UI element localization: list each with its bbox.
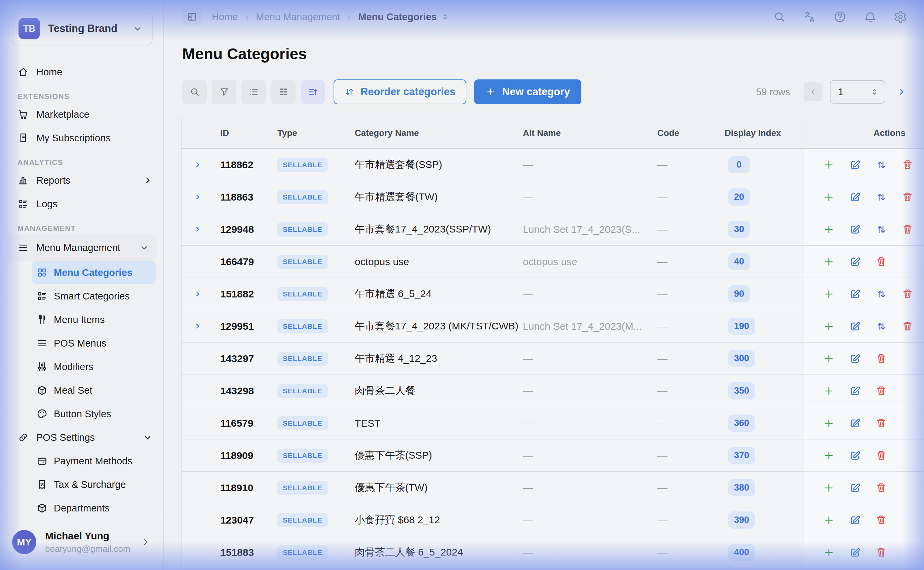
table-row[interactable]: 166479 SELLABLE octopus use octopus use … xyxy=(182,246,924,278)
sidebar-item-pos-settings[interactable]: POS Settings xyxy=(0,426,163,449)
search-icon[interactable] xyxy=(773,10,786,23)
add-button[interactable] xyxy=(823,385,835,397)
translate-icon[interactable] xyxy=(803,10,816,23)
breadcrumb-menu-management[interactable]: Menu Management xyxy=(256,11,340,23)
sidebar-collapse-button[interactable] xyxy=(182,7,202,27)
reorder-items-button[interactable] xyxy=(875,321,887,332)
sidebar-item-logs[interactable]: Logs xyxy=(0,192,163,216)
delete-button[interactable] xyxy=(875,515,887,526)
delete-button[interactable] xyxy=(902,321,913,332)
add-button[interactable] xyxy=(823,418,835,429)
edit-button[interactable] xyxy=(849,515,861,526)
add-button[interactable] xyxy=(823,192,835,203)
reorder-categories-button[interactable]: Reorder categories xyxy=(334,80,466,104)
sidebar-item-menu-categories[interactable]: Menu Categories xyxy=(32,261,156,284)
add-button[interactable] xyxy=(823,547,835,558)
table-row[interactable]: 143298 SELLABLE 肉骨茶二人餐 — — 350 xyxy=(182,375,924,407)
table-row[interactable]: 129948 SELLABLE 午市套餐17_4_2023(SSP/TW) Lu… xyxy=(182,213,924,246)
table-row[interactable]: 151883 SELLABLE 肉骨茶二人餐 6_5_2024 — — 400 xyxy=(182,536,924,568)
add-button[interactable] xyxy=(823,482,835,493)
brand-selector[interactable]: TB Testing Brand xyxy=(12,12,153,45)
page-number-input[interactable] xyxy=(838,86,861,98)
delete-button[interactable] xyxy=(875,482,887,493)
bell-icon[interactable] xyxy=(863,10,877,23)
expand-row-icon[interactable] xyxy=(193,290,202,299)
table-search-button[interactable] xyxy=(182,80,207,104)
add-button[interactable] xyxy=(823,321,835,332)
edit-button[interactable] xyxy=(849,385,861,397)
reorder-items-button[interactable] xyxy=(875,224,887,235)
edit-button[interactable] xyxy=(849,288,861,300)
table-row[interactable]: 116579 SELLABLE TEST — — 360 xyxy=(182,407,924,440)
delete-button[interactable] xyxy=(875,547,887,558)
table-row[interactable]: 129951 SELLABLE 午市套餐17_4_2023 (MK/TST/CW… xyxy=(182,310,924,343)
next-page-button[interactable] xyxy=(894,84,909,99)
sidebar-item-menu-items[interactable]: Menu Items xyxy=(32,308,156,331)
table-row[interactable]: 151882 SELLABLE 午市精選 6_5_24 — — 90 xyxy=(182,278,924,310)
reorder-items-button[interactable] xyxy=(875,288,887,300)
help-icon[interactable] xyxy=(833,10,847,23)
breadcrumb-current[interactable]: Menu Categories xyxy=(358,11,449,23)
sidebar-item-departments[interactable]: Departments xyxy=(32,496,156,514)
expand-row-icon[interactable] xyxy=(193,160,202,169)
sidebar-item-button-styles[interactable]: Button Styles xyxy=(32,402,156,426)
sidebar-item-modifiers[interactable]: Modifiers xyxy=(32,355,156,378)
sidebar-item-menu-management[interactable]: Menu Management xyxy=(7,234,157,261)
edit-button[interactable] xyxy=(849,353,861,365)
table-row[interactable]: 118863 SELLABLE 午市精選套餐(TW) — — 20 xyxy=(182,181,924,213)
delete-button[interactable] xyxy=(902,159,913,171)
edit-button[interactable] xyxy=(849,256,861,268)
delete-button[interactable] xyxy=(902,288,913,300)
edit-button[interactable] xyxy=(849,482,861,493)
delete-button[interactable] xyxy=(875,385,887,397)
stepper-up-down-icon[interactable] xyxy=(870,87,879,97)
new-category-button[interactable]: New category xyxy=(474,80,582,104)
page-number-stepper[interactable] xyxy=(830,80,885,104)
sidebar-item-meal-set[interactable]: Meal Set xyxy=(32,378,156,402)
sidebar-item-smart-categories[interactable]: Smart Categories xyxy=(32,284,156,308)
table-row[interactable]: 123047 SELLABLE 小食孖寶 $68 2_12 — — 390 xyxy=(182,504,924,536)
edit-button[interactable] xyxy=(849,418,861,429)
add-button[interactable] xyxy=(823,515,835,526)
table-row[interactable]: 143297 SELLABLE 午市精選 4_12_23 — — 300 xyxy=(182,343,924,375)
sidebar-item-tax-surcharge[interactable]: Tax & Surcharge xyxy=(32,473,156,496)
edit-button[interactable] xyxy=(849,547,861,558)
add-button[interactable] xyxy=(823,256,835,268)
delete-button[interactable] xyxy=(875,450,887,461)
expand-row-icon[interactable] xyxy=(193,322,202,331)
breadcrumb-home[interactable]: Home xyxy=(212,11,238,23)
add-button[interactable] xyxy=(823,353,835,365)
table-row[interactable]: 118862 SELLABLE 午市精選套餐(SSP) — — 0 xyxy=(182,149,924,181)
expand-row-icon[interactable] xyxy=(193,193,202,202)
add-button[interactable] xyxy=(823,159,835,171)
add-button[interactable] xyxy=(823,288,835,300)
edit-button[interactable] xyxy=(849,450,861,461)
table-row[interactable]: 118909 SELLABLE 優惠下午茶(SSP) — — 370 xyxy=(182,440,924,472)
expand-row-icon[interactable] xyxy=(193,225,202,234)
reorder-items-button[interactable] xyxy=(875,192,887,203)
sidebar-item-marketplace[interactable]: Marketplace xyxy=(0,103,163,126)
reorder-items-button[interactable] xyxy=(875,159,887,171)
sidebar-item-home[interactable]: Home xyxy=(0,60,163,84)
filter-button[interactable] xyxy=(212,80,237,104)
delete-button[interactable] xyxy=(875,353,887,365)
list-view-button[interactable] xyxy=(241,80,266,104)
delete-button[interactable] xyxy=(902,192,913,203)
delete-button[interactable] xyxy=(875,418,887,429)
gear-icon[interactable] xyxy=(894,10,907,23)
add-button[interactable] xyxy=(823,224,835,235)
previous-page-button[interactable] xyxy=(803,83,822,101)
table-row[interactable]: 118910 SELLABLE 優惠下午茶(TW) — — 380 xyxy=(182,472,924,504)
sidebar-item-payment-methods[interactable]: Payment Methods xyxy=(32,449,156,473)
sort-button[interactable] xyxy=(301,80,325,104)
user-account-button[interactable]: MY Michael Yung bearyung@gmail.com xyxy=(0,514,163,570)
sidebar-item-reports[interactable]: Reports xyxy=(0,169,163,192)
delete-button[interactable] xyxy=(875,256,887,268)
sidebar-item-my-subscriptions[interactable]: My Subscriptions xyxy=(0,126,163,150)
grid-view-button[interactable] xyxy=(271,80,296,104)
edit-button[interactable] xyxy=(849,192,861,203)
edit-button[interactable] xyxy=(849,224,861,235)
edit-button[interactable] xyxy=(849,159,861,171)
add-button[interactable] xyxy=(823,450,835,461)
edit-button[interactable] xyxy=(849,321,861,332)
